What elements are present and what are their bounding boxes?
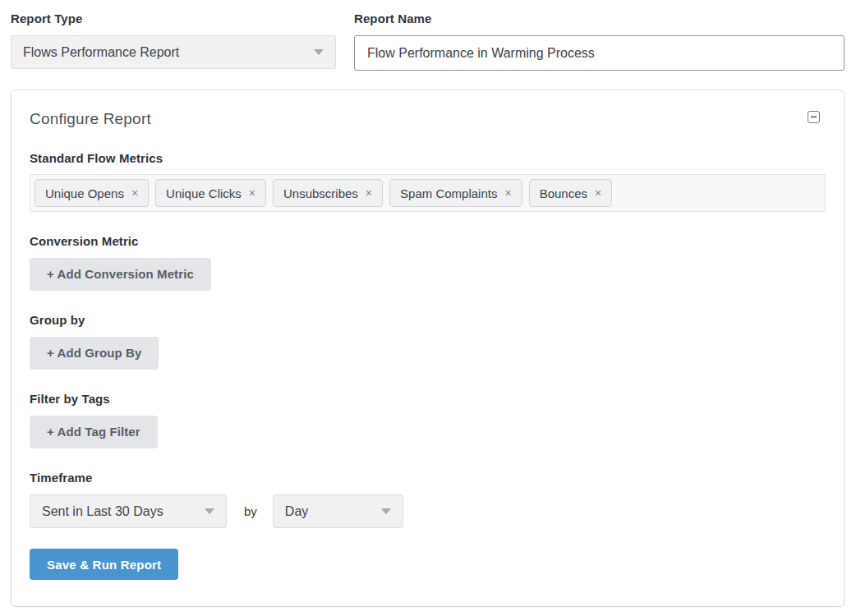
report-type-value: Flows Performance Report xyxy=(23,45,306,60)
add-conversion-metric-button[interactable]: + Add Conversion Metric xyxy=(30,258,211,291)
save-row: Save & Run Report xyxy=(30,528,826,580)
metric-chip: Spam Complaints × xyxy=(389,179,522,207)
standard-flow-metrics-input[interactable]: Unique Opens × Unique Clicks × Unsubscri… xyxy=(30,174,826,212)
timeframe-by-label: by xyxy=(244,504,257,518)
report-name-input[interactable] xyxy=(354,35,844,71)
timeframe-label: Timeframe xyxy=(30,471,826,485)
standard-flow-metrics-label: Standard Flow Metrics xyxy=(30,151,826,165)
report-name-field: Report Name xyxy=(354,11,844,71)
metric-chip-label: Bounces xyxy=(540,186,587,200)
metric-chip: Unique Clicks × xyxy=(155,179,266,207)
remove-chip-icon[interactable]: × xyxy=(366,187,372,199)
report-name-label: Report Name xyxy=(354,11,844,25)
remove-chip-icon[interactable]: × xyxy=(595,187,601,199)
metric-chip-label: Unique Clicks xyxy=(166,186,242,200)
minus-square-icon xyxy=(808,111,820,123)
timeframe-range-value: Sent in Last 30 Days xyxy=(42,504,196,519)
filter-by-tags-label: Filter by Tags xyxy=(30,392,826,406)
group-by-label: Group by xyxy=(30,313,826,327)
conversion-metric-label: Conversion Metric xyxy=(30,234,826,248)
remove-chip-icon[interactable]: × xyxy=(249,187,255,199)
metric-chip-label: Unique Opens xyxy=(45,186,124,200)
timeframe-range-select[interactable]: Sent in Last 30 Days xyxy=(30,494,227,528)
remove-chip-icon[interactable]: × xyxy=(131,187,138,199)
report-builder-page: Report Type Flows Performance Report Rep… xyxy=(0,0,856,607)
timeframe-interval-select[interactable]: Day xyxy=(273,494,403,528)
report-type-select[interactable]: Flows Performance Report xyxy=(11,35,336,69)
configure-report-header: Configure Report xyxy=(30,110,826,128)
chevron-down-icon xyxy=(205,508,214,514)
metric-chip: Unique Opens × xyxy=(35,179,149,207)
metric-chip: Bounces × xyxy=(529,179,613,207)
remove-chip-icon[interactable]: × xyxy=(504,187,511,199)
timeframe-row: Sent in Last 30 Days by Day xyxy=(30,494,826,528)
configure-report-card: Configure Report Standard Flow Metrics U… xyxy=(11,90,844,607)
metric-chip-label: Unsubscribes xyxy=(283,186,358,200)
save-run-report-button[interactable]: Save & Run Report xyxy=(30,549,178,580)
add-tag-filter-button[interactable]: + Add Tag Filter xyxy=(30,416,158,448)
metric-chip-label: Spam Complaints xyxy=(400,186,497,200)
report-type-label: Report Type xyxy=(11,11,336,25)
report-header-row: Report Type Flows Performance Report Rep… xyxy=(11,11,844,71)
configure-report-title: Configure Report xyxy=(30,110,151,128)
collapse-section-button[interactable] xyxy=(804,108,822,126)
report-type-field: Report Type Flows Performance Report xyxy=(11,11,336,69)
chevron-down-icon xyxy=(314,49,324,55)
chevron-down-icon xyxy=(381,508,391,514)
timeframe-interval-value: Day xyxy=(285,504,373,519)
add-group-by-button[interactable]: + Add Group By xyxy=(30,337,159,370)
metric-chip: Unsubscribes × xyxy=(273,179,383,207)
